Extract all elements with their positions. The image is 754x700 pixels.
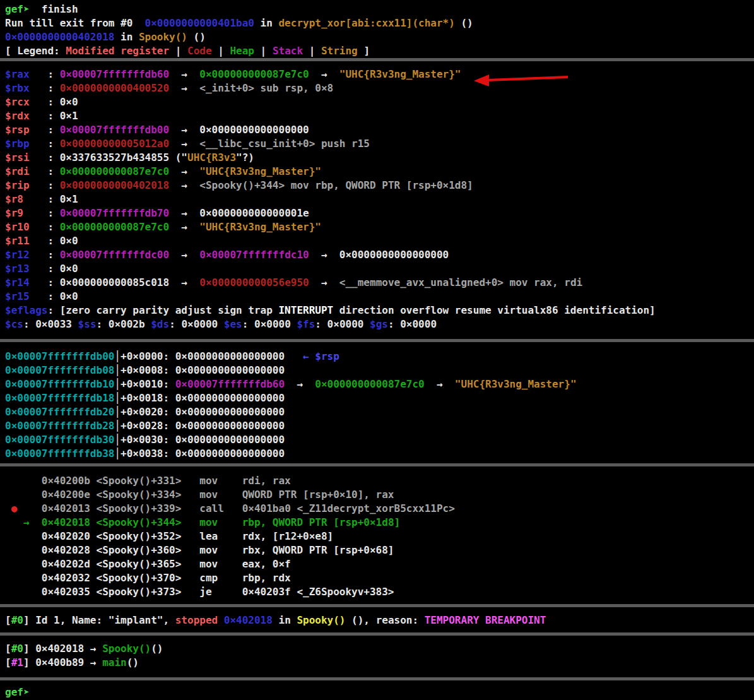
flag-string: "UHC{R3v3ng_Master}"	[339, 68, 461, 80]
text-segment: ] 0×402018 →	[23, 643, 102, 655]
prompt-line-0[interactable]: gef➤	[5, 685, 754, 699]
text-segment: →	[169, 207, 199, 219]
trace-line-1: [#1] 0×400b89 → main()	[5, 656, 754, 670]
registers-line-18: $cs: 0×0033 $ss: 0×002b $ds: 0×0000 $es:…	[5, 317, 754, 331]
register-name: $eflags	[5, 304, 47, 316]
stack-address: 0×00007fffffffdb28	[5, 420, 114, 432]
text-segment: |	[169, 45, 187, 57]
section-stack: 0×00007fffffffdb00│+0×0000: 0×0000000000…	[5, 342, 754, 463]
text-segment: :	[30, 235, 60, 247]
disassembly-line-7: 0×402032 <Spooky()+370> cmp rbp, rdx	[5, 571, 754, 585]
registers-line-1: $rbx : 0×0000000000400520 → <_init+0> su…	[5, 81, 754, 95]
text-segment: ]	[358, 45, 370, 57]
text-segment: [ Legend:	[5, 45, 66, 57]
register-name: $rdi	[5, 165, 30, 177]
text-segment: 0×40200b <Spooky()+331> mov rdi, rax	[42, 475, 291, 487]
text-segment: :	[30, 151, 60, 163]
register-name: $rbp	[5, 138, 30, 150]
text-segment	[5, 489, 42, 501]
text-segment: : [zero carry parity adjust sign trap	[47, 304, 278, 316]
text-segment: [	[5, 643, 11, 655]
frame-id: #1	[11, 656, 23, 668]
text-segment: +0×0028:	[121, 420, 175, 432]
text-segment: ] 0×400b89 →	[23, 656, 102, 668]
frame-id: #0	[11, 643, 23, 655]
text-segment: 0×0000000000402018	[60, 179, 169, 191]
text-segment: (), reason:	[345, 614, 424, 626]
disassembly-line-0: 0×40200b <Spooky()+331> mov rdi, rax	[5, 474, 754, 488]
registers-line-8: $rip : 0×0000000000402018 → <Spooky()+34…	[5, 179, 754, 193]
registers-line-7: $rdi : 0×000000000087e7c0 → "UHC{R3v3ng_…	[5, 165, 754, 179]
text-segment: :	[23, 207, 60, 219]
stack-line-1: 0×00007fffffffdb08│+0×0008: 0×0000000000…	[5, 364, 754, 377]
stack-address: 0×00007fffffffdb30	[5, 434, 114, 446]
text-segment: ()	[127, 656, 139, 668]
registers-line-6: $rsi : 0×337633527b434855 ("UHC{R3v3"?)	[5, 151, 754, 165]
text-segment: in	[273, 614, 297, 626]
rsp-marker: ← $rsp	[303, 350, 339, 362]
register-name: $ds	[151, 318, 169, 330]
flag-string-partial: UHC{R3v3	[187, 151, 236, 163]
legend-modified-register: Modified register	[66, 45, 169, 57]
text-segment: →	[169, 68, 199, 80]
text-segment: :	[30, 276, 60, 288]
stack-address: 0×00007fffffffdb38	[5, 448, 114, 460]
text-segment: +0×0030:	[121, 434, 175, 446]
stack-line-4: 0×00007fffffffdb20│+0×0020: 0×0000000000…	[5, 405, 754, 419]
stack-line-3: 0×00007fffffffdb18│+0×0018: 0×0000000000…	[5, 391, 754, 405]
text-segment: 0×0	[60, 96, 78, 108]
text-segment: 0×00007fffffffdb60	[60, 68, 169, 80]
text-segment: +0×0000:	[121, 350, 175, 362]
disassembly-line-5: 0×402028 <Spooky()+360> mov rbx, QWORD P…	[5, 543, 754, 557]
text-segment: <__libc_csu_init+0> push r15	[199, 138, 370, 150]
stack-line-6: 0×00007fffffffdb30│+0×0030: 0×0000000000…	[5, 433, 754, 447]
register-name: $r11	[5, 235, 30, 247]
registers-line-3: $rdx : 0×1	[5, 109, 754, 123]
text-segment: →	[169, 82, 199, 94]
legend-heap: Heap	[230, 45, 254, 57]
text-segment: 0×1	[60, 110, 78, 122]
stack-line-7: 0×00007fffffffdb38│+0×0038: 0×0000000000…	[5, 447, 754, 461]
function-name: decrypt_xor[abi:cxx11](char*)	[278, 17, 454, 29]
registers-line-13: $r12 : 0×00007fffffffdc00 → 0×00007fffff…	[5, 248, 754, 262]
text-segment: :	[30, 249, 60, 261]
legend-code: Code	[187, 45, 212, 57]
text-segment: 0×00007fffffffdc10	[199, 249, 309, 261]
register-name: $es	[224, 318, 242, 330]
register-name: $rax	[5, 68, 30, 80]
text-segment: 0×000000000087e7c0	[60, 165, 169, 177]
text-segment: [	[5, 656, 11, 668]
register-name: $rsp	[5, 124, 30, 136]
text-segment: →	[309, 68, 339, 80]
text-segment	[5, 475, 42, 487]
text-segment: │	[114, 350, 121, 362]
text-segment: 0×0000000000000000	[175, 350, 285, 362]
text-segment: 0×0	[60, 263, 78, 275]
register-name: $r15	[5, 290, 30, 302]
text-segment: →	[285, 378, 315, 390]
text-segment: +0×0010:	[121, 378, 175, 390]
text-segment: 0×0000000000000000	[175, 406, 285, 418]
stack-line-0: 0×00007fffffffdb00│+0×0000: 0×0000000000…	[5, 350, 754, 364]
disassembly-line-4: 0×402020 <Spooky()+352> lea rdx, [r12+0×…	[5, 530, 754, 543]
text-segment: 0×337633527b434855 ("	[60, 151, 187, 163]
gef-prompt: gef➤	[5, 3, 30, 15]
text-segment: : 0×0000	[242, 318, 297, 330]
gef-prompt: gef➤	[5, 686, 30, 698]
trace-line-0: [#0] 0×402018 → Spooky()()	[5, 642, 754, 656]
disassembly-line-3: → 0×402018 <Spooky()+344> mov rbp, QWORD…	[5, 516, 754, 530]
text-segment	[5, 516, 23, 528]
text-segment: 0×0000000000000000	[339, 249, 449, 261]
registers-line-17: $eflags: [zero carry parity adjust sign …	[5, 304, 754, 317]
text-segment: →	[309, 249, 339, 261]
text-segment: 0×402028 <Spooky()+360> mov rbx, QWORD P…	[42, 544, 394, 556]
code-address: 0×0000000000402018	[5, 31, 114, 43]
registers-line-14: $r13 : 0×0	[5, 262, 754, 276]
text-segment: :	[30, 124, 60, 136]
flag-string: "UHC{R3v3ng_Master}"	[455, 378, 577, 390]
text-segment: in	[114, 31, 139, 43]
flag-set-interrupt: INTERRUPT	[278, 304, 333, 316]
text-segment	[285, 350, 303, 362]
text-segment	[5, 586, 42, 598]
register-name: $gs	[370, 318, 388, 330]
